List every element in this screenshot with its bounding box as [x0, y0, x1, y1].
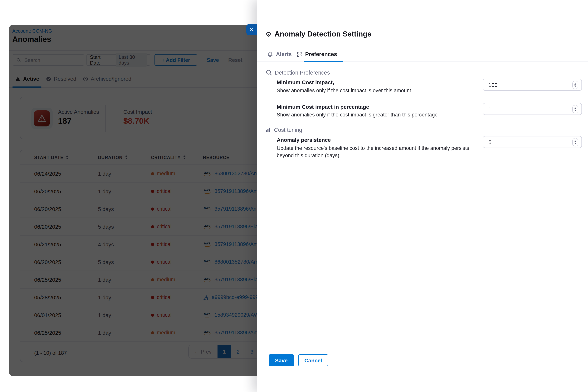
tab-alerts[interactable]: Alerts — [268, 51, 292, 57]
table-row[interactable]: 06/21/2025 4 days critical aws 357919113… — [20, 236, 263, 253]
aws-icon: aws — [203, 224, 211, 229]
clock-icon — [83, 76, 88, 81]
resource-cell: aws 868001352780/Amazon — [203, 171, 263, 176]
row-duration: 1 day — [98, 276, 151, 283]
header-start-date[interactable]: START DATE — [34, 155, 98, 160]
tab-active[interactable]: Active — [15, 76, 39, 82]
resource-link[interactable]: 868001352780/Amazon — [214, 171, 263, 176]
breadcrumb-account-link[interactable]: Account: CCM-NG — [12, 28, 52, 34]
table-header-row: START DATE DURATION CRITICALITY — [20, 150, 263, 165]
criticality-dot-icon — [151, 314, 154, 316]
row-start-date: 06/25/2025 — [34, 330, 98, 336]
row-start-date: 06/24/2025 — [34, 170, 98, 176]
anomalies-table: START DATE DURATION CRITICALITY — [20, 150, 263, 362]
stepper-icon[interactable]: ▲▼ — [572, 105, 578, 113]
resource-link[interactable]: 158934929029/AWS Co — [214, 312, 263, 318]
stepper-icon[interactable]: ▲▼ — [572, 80, 578, 89]
resource-link[interactable]: 357919113896/Elastic L — [214, 224, 263, 230]
sort-icon[interactable] — [125, 155, 128, 160]
alert-icon-wrap — [31, 108, 53, 129]
header-criticality[interactable]: CRITICALITY — [151, 155, 203, 160]
save-button[interactable]: Save — [269, 354, 294, 366]
check-circle-icon — [46, 76, 51, 81]
anomaly-persistence-input-wrap[interactable]: ▲▼ — [483, 136, 582, 148]
min-cost-percentage-input[interactable] — [488, 106, 572, 112]
preferences-tab-underline — [304, 61, 343, 62]
min-cost-percentage-input-wrap[interactable]: ▲▼ — [483, 103, 582, 115]
header-duration[interactable]: DURATION — [98, 155, 151, 160]
resource-link[interactable]: a9999bcd-e999-999f-g — [212, 294, 263, 300]
table-row[interactable]: 06/20/2025 5 days critical aws 868001352… — [20, 253, 263, 271]
filter-save-button[interactable]: Save — [204, 57, 221, 64]
criticality-label: critical — [157, 206, 172, 212]
tab-archived[interactable]: Archived/Ignored — [83, 76, 132, 82]
resource-cell: aws 357919113896/Amazon — [203, 188, 263, 194]
cancel-button[interactable]: Cancel — [298, 354, 328, 366]
section-title: Cost tuning — [274, 127, 302, 133]
header-divider — [9, 50, 263, 51]
cost-impact-label: Cost Impact — [123, 109, 152, 115]
criticality-dot-icon — [151, 207, 154, 210]
resource-cell: aws a9999bcd-e999-999f-g — [203, 294, 263, 300]
filter-reset-button[interactable]: Reset — [226, 57, 245, 64]
tabs-divider — [9, 87, 263, 88]
close-button[interactable]: ✕ — [246, 24, 257, 35]
start-date-value[interactable]: Last 30 days — [116, 53, 147, 67]
resource-cell: aws 357919113896/Amazon — [203, 241, 263, 247]
add-filter-button[interactable]: + Add Filter — [154, 54, 197, 66]
table-row[interactable]: 06/25/2025 1 day medium aws 357919113896… — [20, 271, 263, 288]
search-input-wrap[interactable] — [13, 54, 84, 66]
close-icon: ✕ — [250, 27, 254, 32]
resource-link[interactable]: 868001352780/Amazon — [214, 259, 263, 265]
table-row[interactable]: 06/01/2025 1 day critical aws 1589349290… — [20, 306, 263, 324]
resource-link[interactable]: 357919113896/Amazon — [214, 241, 263, 247]
bar-chart-icon — [266, 127, 271, 132]
pagination-range: (1 - 10) of 187 — [34, 350, 67, 356]
aws-icon: aws — [203, 277, 211, 282]
table-row[interactable]: 06/20/2025 5 days critical aws 357919113… — [20, 218, 263, 236]
table-row[interactable]: 06/20/2025 5 days critical aws 357919113… — [20, 200, 263, 218]
page-button-1[interactable]: 1 — [217, 345, 231, 358]
criticality-badge: critical — [151, 312, 203, 318]
min-cost-percentage-label: Minimum Cost impact in percentage — [277, 104, 369, 110]
anomaly-persistence-desc: Update the resource's baseline cost to t… — [277, 144, 471, 159]
table-row[interactable]: 06/24/2025 1 day medium aws 868001352780… — [20, 165, 263, 182]
resource-link[interactable]: 357919113896/Amazon — [214, 188, 263, 194]
tab-preferences[interactable]: Preferences — [297, 51, 337, 57]
header-start-date-label: START DATE — [34, 155, 64, 160]
resource-link[interactable]: 357919113896/Amazon — [214, 330, 263, 336]
row-start-date: 06/20/2025 — [34, 188, 98, 194]
min-cost-impact-input-wrap[interactable]: ▲▼ — [483, 79, 582, 91]
prev-button[interactable]: ← Prev — [189, 345, 217, 358]
criticality-badge: medium — [151, 277, 203, 282]
min-cost-impact-desc: Show anomalies only if the cost impact i… — [277, 87, 411, 94]
sort-icon[interactable] — [183, 155, 186, 160]
start-date-filter[interactable]: Start Date Last 30 days — [86, 54, 150, 66]
anomaly-persistence-input[interactable] — [488, 138, 572, 146]
criticality-dot-icon — [151, 190, 154, 193]
stepper-icon[interactable]: ▲▼ — [572, 138, 578, 146]
drawer-header: ⚙ Anomaly Detection Settings — [266, 30, 372, 38]
cost-impact-value: $8.70K — [123, 116, 149, 126]
stats-divider — [105, 105, 106, 132]
page-button-2[interactable]: 2 — [231, 345, 245, 358]
resource-link[interactable]: 357919113896/Amazon W — [214, 206, 263, 212]
row-start-date: 06/20/2025 — [34, 206, 98, 212]
sort-icon[interactable] — [66, 155, 69, 160]
anomaly-persistence-label: Anomaly persistence — [277, 137, 331, 143]
row-start-date: 06/20/2025 — [34, 224, 98, 230]
table-row[interactable]: 06/20/2025 1 day critical aws 3579191138… — [20, 182, 263, 200]
filter-actions-divider — [222, 56, 222, 64]
min-cost-impact-input[interactable] — [488, 81, 572, 88]
table-row[interactable]: 06/25/2025 1 day medium aws 357919113896… — [20, 324, 263, 342]
criticality-dot-icon — [151, 331, 154, 334]
section-detection-preferences: Detection Preferences — [266, 70, 330, 76]
search-input[interactable] — [24, 57, 80, 63]
start-date-label: Start Date — [90, 54, 110, 66]
resource-link[interactable]: 357919113896/Elastic L — [214, 277, 263, 282]
active-tab-underline — [12, 86, 42, 88]
tab-resolved[interactable]: Resolved — [46, 76, 76, 82]
pagination: ← Prev 1 2 3 — [188, 345, 259, 358]
table-row[interactable]: 05/28/2025 1 day critical aws a9999bcd-e… — [20, 288, 263, 306]
table-body: 06/24/2025 1 day medium aws 868001352780… — [20, 165, 263, 342]
